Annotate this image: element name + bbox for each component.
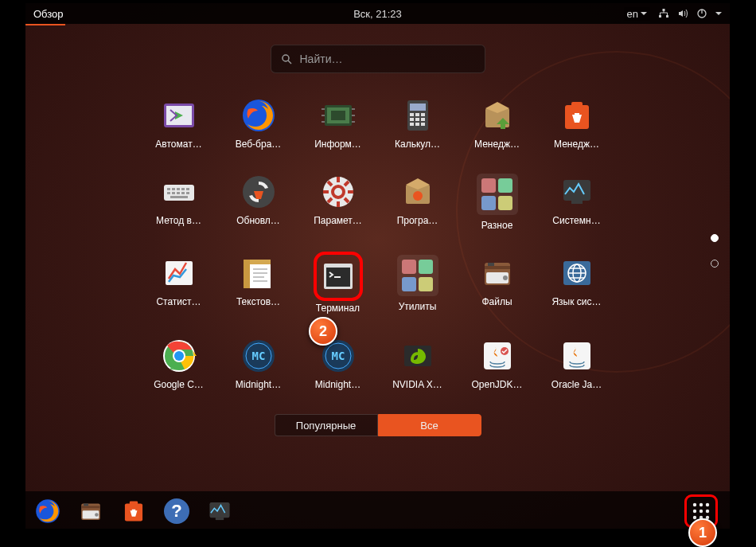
app-mc[interactable]: MCMidnight…: [306, 338, 370, 390]
mc-icon: MC: [240, 338, 277, 374]
app-label: Текстов…: [227, 296, 290, 307]
chevron-down-icon: [641, 12, 647, 18]
svg-rect-2: [666, 15, 668, 18]
app-folder[interactable]: Разное: [466, 174, 529, 231]
app-label: Midnight…: [227, 379, 290, 390]
activities-button[interactable]: Обзор: [33, 8, 64, 20]
app-files[interactable]: Файлы: [466, 255, 529, 314]
app-label: Менедж…: [466, 139, 529, 150]
app-label: Менедж…: [545, 139, 609, 150]
dock: ?: [25, 491, 730, 531]
app-nvidia[interactable]: NVIDIA X…: [386, 338, 450, 390]
svg-rect-29: [421, 123, 425, 126]
app-java2[interactable]: Oracle Ja…: [545, 338, 609, 390]
app-calc[interactable]: Калькул…: [386, 97, 450, 150]
search-input[interactable]: Найти…: [271, 45, 485, 73]
svg-rect-93: [563, 342, 590, 369]
svg-point-83: [174, 351, 184, 361]
app-chrome[interactable]: Google C…: [147, 338, 211, 390]
pager-dot-1[interactable]: [711, 234, 719, 242]
svg-rect-63: [244, 260, 250, 288]
app-hwinfo[interactable]: Информ…: [306, 97, 370, 150]
svg-rect-59: [571, 201, 583, 204]
svg-rect-32: [571, 102, 583, 108]
power-icon[interactable]: [696, 8, 707, 19]
language-label: en: [627, 8, 638, 20]
network-icon[interactable]: [658, 8, 669, 19]
svg-rect-24: [410, 118, 414, 121]
app-label: Язык сис…: [545, 296, 609, 307]
svg-rect-72: [485, 266, 510, 269]
language-indicator[interactable]: en: [624, 7, 650, 21]
chevron-down-icon: [715, 12, 722, 18]
app-settings[interactable]: Парамет…: [306, 174, 370, 231]
svg-point-110: [699, 510, 703, 513]
svg-point-109: [693, 510, 696, 513]
folder-icon: [397, 255, 438, 296]
app-software2[interactable]: Програ…: [386, 174, 450, 231]
svg-rect-35: [172, 188, 175, 190]
app-label: NVIDIA X…: [386, 379, 450, 390]
tab-all[interactable]: Все: [378, 414, 481, 436]
app-monitor[interactable]: Системн…: [545, 174, 609, 231]
view-tabs: Популярные Все: [25, 414, 730, 436]
app-label: OpenJDK…: [466, 379, 529, 390]
app-autostart[interactable]: Автомат…: [147, 97, 211, 150]
dock-files[interactable]: [76, 497, 105, 526]
app-pkgmgr[interactable]: Менедж…: [466, 97, 529, 150]
app-language[interactable]: Язык сис…: [545, 255, 609, 314]
app-label: Утилиты: [386, 301, 450, 312]
annotation-badge-1: 1: [688, 518, 717, 547]
app-gedit[interactable]: Текстов…: [227, 255, 290, 314]
svg-rect-40: [172, 192, 175, 194]
svg-rect-101: [130, 501, 138, 506]
dock-help[interactable]: ?: [162, 497, 191, 526]
svg-point-57: [413, 191, 423, 201]
volume-icon[interactable]: [677, 8, 688, 19]
app-keyboard[interactable]: Метод в…: [147, 174, 211, 231]
svg-point-5: [283, 55, 289, 61]
app-updater[interactable]: Обновл…: [227, 174, 290, 231]
svg-point-107: [699, 503, 703, 506]
app-label: Файлы: [466, 296, 529, 307]
top-bar: Обзор Вск, 21:23 en: [25, 3, 730, 24]
svg-text:?: ?: [171, 501, 181, 521]
app-terminal[interactable]: Терминал: [306, 255, 370, 314]
app-java[interactable]: OpenJDK…: [466, 338, 529, 390]
svg-rect-41: [177, 192, 180, 194]
app-label: Програ…: [386, 215, 450, 226]
app-label: Системн…: [545, 215, 609, 226]
clock[interactable]: Вск, 21:23: [353, 8, 402, 20]
keyboard-icon: [161, 174, 197, 210]
svg-text:MC: MC: [331, 350, 345, 362]
java-icon: [479, 338, 516, 374]
dock-monitor[interactable]: [205, 497, 234, 526]
settings-icon: [320, 174, 357, 210]
annotation-badge-2: 2: [309, 317, 337, 346]
calc-icon: [399, 97, 436, 134]
app-folder[interactable]: Утилиты: [386, 255, 450, 314]
app-mc[interactable]: MCMidnight…: [227, 338, 290, 390]
nvidia-icon: [399, 338, 436, 374]
pager: [711, 234, 719, 268]
app-stats[interactable]: Статист…: [147, 255, 211, 314]
app-label: Парамет…: [306, 215, 370, 226]
svg-rect-44: [170, 196, 188, 198]
app-software[interactable]: Менедж…: [545, 97, 609, 150]
svg-point-111: [706, 510, 709, 513]
pager-dot-2[interactable]: [711, 260, 719, 268]
app-label: Веб-бра…: [227, 139, 290, 150]
svg-rect-96: [81, 506, 100, 508]
svg-line-6: [288, 61, 291, 64]
dock-firefox[interactable]: [33, 497, 62, 526]
folder-icon: [477, 174, 518, 215]
app-firefox[interactable]: Веб-бра…: [227, 97, 290, 150]
app-label: Информ…: [306, 139, 370, 150]
gedit-icon: [240, 255, 277, 291]
dock-software[interactable]: [119, 497, 148, 526]
software-icon: [559, 97, 595, 134]
tab-popular[interactable]: Популярные: [275, 414, 378, 436]
svg-rect-91: [484, 342, 511, 369]
files-icon: [479, 255, 516, 291]
search-icon: [281, 53, 292, 64]
